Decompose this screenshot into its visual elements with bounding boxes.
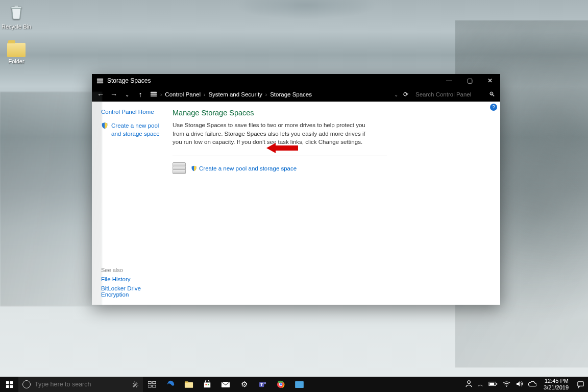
settings-icon[interactable]: ⚙ (235, 377, 253, 392)
svg-rect-33 (489, 383, 494, 385)
svg-rect-18 (185, 381, 188, 383)
svg-rect-35 (577, 381, 583, 385)
svg-rect-17 (185, 382, 193, 388)
trash-icon (6, 2, 27, 22)
folder-label: Folder (0, 58, 35, 64)
back-button[interactable]: ← (95, 89, 106, 100)
address-bar: ← → ⌄ ↑ › Control Panel › System and Sec… (92, 87, 500, 102)
teams-icon[interactable]: T (253, 377, 272, 392)
up-button[interactable]: ↑ (135, 89, 146, 100)
breadcrumb-separator: › (265, 92, 267, 97)
refresh-button[interactable]: ⟳ (400, 91, 411, 98)
app-icon[interactable] (290, 377, 308, 392)
taskbar-clock[interactable]: 12:45 PM 3/21/2019 (540, 378, 573, 390)
uac-shield-icon (191, 165, 197, 172)
svg-rect-9 (6, 381, 9, 384)
breadcrumb-storage-spaces[interactable]: Storage Spaces (270, 91, 312, 97)
breadcrumb: › Control Panel › System and Security › … (148, 90, 390, 99)
svg-rect-14 (153, 381, 156, 383)
taskbar-pinned: ⚙ T (143, 377, 308, 392)
action-center-button[interactable] (573, 377, 588, 392)
chrome-icon[interactable] (272, 377, 290, 392)
wifi-icon[interactable] (503, 381, 510, 388)
titlebar[interactable]: Storage Spaces — ▢ ✕ (92, 74, 500, 87)
volume-icon[interactable] (516, 380, 523, 389)
disk-stack-icon (173, 162, 186, 175)
divider (173, 156, 387, 156)
page-heading: Manage Storage Spaces (173, 109, 485, 117)
main-panel: Manage Storage Spaces Use Storage Spaces… (173, 102, 500, 305)
battery-icon[interactable] (488, 381, 498, 388)
recent-locations-button[interactable]: ⌄ (121, 89, 133, 100)
maximize-button[interactable]: ▢ (459, 74, 480, 87)
folder-icon (7, 43, 26, 57)
taskbar-search-input[interactable] (35, 381, 128, 388)
svg-rect-15 (148, 385, 151, 387)
svg-rect-32 (496, 383, 497, 385)
tray-overflow-icon[interactable]: ︿ (478, 381, 483, 388)
create-pool-link[interactable]: Create a new pool and storage space (191, 165, 297, 172)
mail-icon[interactable] (216, 377, 235, 392)
address-dropdown-button[interactable]: ⌄ (392, 92, 398, 97)
create-pool-link-label: Create a new pool and storage space (199, 165, 297, 172)
svg-rect-29 (295, 381, 304, 388)
svg-point-34 (506, 385, 507, 386)
svg-rect-6 (151, 93, 157, 95)
help-icon[interactable]: ? (490, 104, 497, 111)
window-icon (96, 77, 104, 85)
svg-rect-7 (151, 95, 157, 97)
svg-point-25 (264, 382, 266, 384)
svg-rect-4 (97, 82, 103, 84)
cortana-icon (22, 380, 31, 388)
search-icon[interactable]: 🔍︎ (487, 91, 497, 98)
desktop-folder-icon[interactable]: Folder (0, 40, 35, 64)
see-also-file-history[interactable]: File History (101, 276, 168, 282)
start-button[interactable] (0, 377, 18, 392)
onedrive-icon[interactable] (528, 381, 536, 388)
control-panel-home-link[interactable]: Control Panel Home (101, 109, 168, 115)
clock-date: 3/21/2019 (544, 384, 569, 391)
svg-rect-3 (97, 80, 103, 82)
forward-button[interactable]: → (108, 89, 119, 100)
recycle-bin-label: Recycle Bin (0, 23, 35, 30)
svg-rect-19 (204, 382, 210, 387)
see-also-heading: See also (101, 267, 168, 273)
search-input[interactable] (413, 89, 485, 100)
svg-text:T: T (260, 382, 263, 387)
storage-spaces-window: Storage Spaces — ▢ ✕ ← → ⌄ ↑ › Control P… (92, 74, 500, 305)
window-title: Storage Spaces (107, 77, 439, 84)
edge-icon[interactable] (161, 377, 180, 392)
svg-rect-11 (6, 385, 9, 388)
taskbar: 🎤︎ ⚙ T (0, 377, 588, 392)
see-also-bitlocker[interactable]: BitLocker Drive Encryption (101, 285, 168, 298)
create-pool-task-link[interactable]: Create a new pool and storage space (101, 122, 168, 138)
content-area: ? Control Panel Home Create a new pool a… (92, 102, 500, 305)
taskbar-search[interactable]: 🎤︎ (18, 377, 143, 392)
svg-point-28 (280, 383, 282, 386)
svg-rect-21 (208, 384, 209, 385)
file-explorer-icon[interactable] (180, 377, 198, 392)
mic-icon[interactable]: 🎤︎ (132, 381, 139, 388)
recycle-bin-icon[interactable]: Recycle Bin (0, 2, 35, 30)
breadcrumb-root-icon[interactable] (150, 90, 157, 99)
svg-rect-12 (10, 385, 13, 388)
svg-rect-2 (97, 79, 103, 80)
breadcrumb-separator: › (204, 92, 205, 97)
breadcrumb-control-panel[interactable]: Control Panel (165, 91, 201, 97)
svg-rect-20 (205, 384, 207, 385)
task-view-button[interactable] (143, 377, 161, 392)
store-icon[interactable] (198, 377, 216, 392)
people-icon[interactable] (465, 380, 473, 389)
desktop: Recycle Bin Folder Storage Spaces — ▢ ✕ … (0, 0, 588, 392)
svg-rect-13 (148, 381, 151, 383)
minimize-button[interactable]: — (439, 74, 459, 87)
svg-rect-0 (11, 7, 21, 8)
svg-rect-16 (153, 385, 156, 387)
clock-time: 12:45 PM (544, 378, 569, 384)
breadcrumb-system-security[interactable]: System and Security (208, 91, 262, 97)
create-pool-task-label: Create a new pool and storage space (111, 122, 168, 138)
action-row: Create a new pool and storage space (173, 162, 485, 175)
page-description: Use Storage Spaces to save files to two … (173, 121, 372, 146)
svg-rect-10 (10, 381, 13, 384)
close-button[interactable]: ✕ (480, 74, 500, 87)
